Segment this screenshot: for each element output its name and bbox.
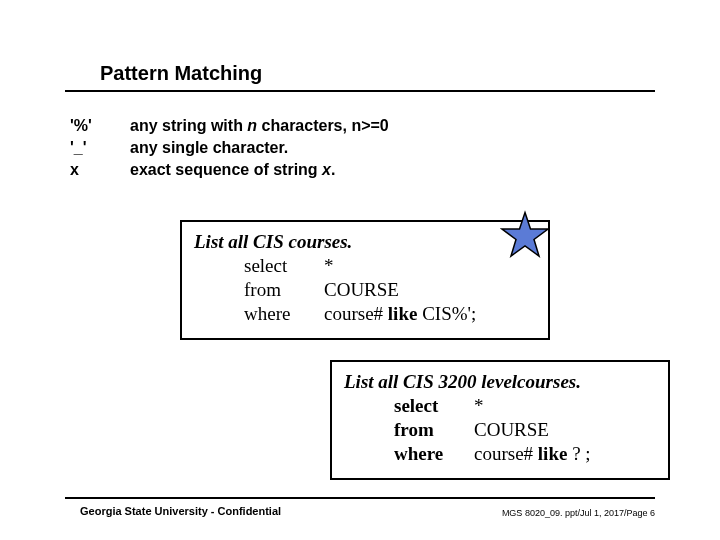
query-line: from COURSE (394, 418, 656, 442)
query-line: where course# like ? ; (394, 442, 656, 466)
footer-right: MGS 8020_09. ppt/Jul 1, 2017/Page 6 (502, 508, 655, 518)
value: COURSE (324, 278, 399, 302)
text: exact sequence of string (130, 161, 322, 178)
query-line: from COURSE (244, 278, 536, 302)
pattern-desc: exact sequence of string x. (130, 159, 335, 181)
pattern-symbol: '_' (70, 137, 130, 159)
example-box-2: List all CIS 3200 levelcourses. select *… (330, 360, 670, 480)
keyword: select (244, 254, 324, 278)
star-icon (500, 210, 550, 260)
pattern-row: '_' any single character. (70, 137, 389, 159)
text: characters, n>=0 (257, 117, 389, 134)
value: * (324, 254, 334, 278)
keyword: select (394, 394, 474, 418)
example-head: List all CIS 3200 levelcourses. (344, 370, 656, 394)
text-italic: x (322, 161, 331, 178)
pattern-symbol: '%' (70, 115, 130, 137)
text: course# (474, 443, 538, 464)
pattern-desc: any string with n characters, n>=0 (130, 115, 389, 137)
page-title: Pattern Matching (100, 62, 262, 85)
text: any single character. (130, 139, 288, 156)
value: course# like CIS%'; (324, 302, 476, 326)
query-line: select * (244, 254, 536, 278)
keyword: from (244, 278, 324, 302)
keyword: from (394, 418, 474, 442)
example-box-1: List all CIS courses. select * from COUR… (180, 220, 550, 340)
pattern-row: x exact sequence of string x. (70, 159, 389, 181)
svg-marker-0 (502, 213, 548, 257)
keyword: where (244, 302, 324, 326)
text: any string with (130, 117, 247, 134)
query-line: where course# like CIS%'; (244, 302, 536, 326)
text: ? ; (567, 443, 590, 464)
pattern-symbol: x (70, 159, 130, 181)
text: . (331, 161, 335, 178)
keyword-like: like (538, 443, 568, 464)
value: course# like ? ; (474, 442, 591, 466)
footer-left: Georgia State University - Confidential (80, 505, 281, 517)
value: COURSE (474, 418, 549, 442)
example-head: List all CIS courses. (194, 230, 536, 254)
pattern-list: '%' any string with n characters, n>=0 '… (70, 115, 389, 181)
divider-bottom (65, 497, 655, 499)
text: course# (324, 303, 388, 324)
slide: Pattern Matching '%' any string with n c… (0, 0, 720, 540)
pattern-row: '%' any string with n characters, n>=0 (70, 115, 389, 137)
text-italic: n (247, 117, 257, 134)
pattern-desc: any single character. (130, 137, 288, 159)
divider-top (65, 90, 655, 92)
keyword-like: like (388, 303, 418, 324)
keyword: where (394, 442, 474, 466)
query-line: select * (394, 394, 656, 418)
text: CIS%'; (417, 303, 476, 324)
value: * (474, 394, 484, 418)
